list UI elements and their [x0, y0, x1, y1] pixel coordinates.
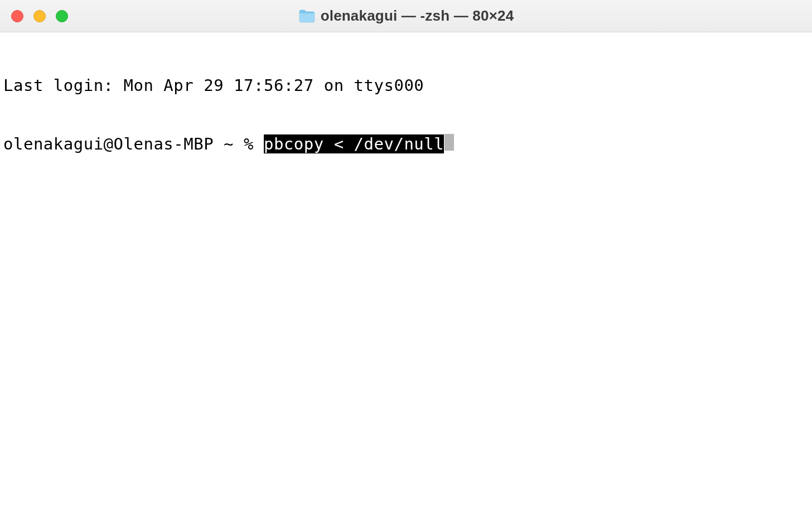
folder-icon: [298, 9, 315, 23]
window-title: olenakagui — -zsh — 80×24: [321, 7, 514, 25]
close-button[interactable]: [11, 10, 23, 22]
command-text[interactable]: pbcopy < /dev/null: [264, 134, 444, 153]
shell-prompt: olenakagui@Olenas-MBP ~ %: [3, 134, 264, 153]
traffic-lights: [0, 10, 68, 22]
zoom-button[interactable]: [56, 10, 68, 22]
window-titlebar: olenakagui — -zsh — 80×24: [0, 0, 812, 32]
window-title-wrap: olenakagui — -zsh — 80×24: [0, 7, 812, 25]
prompt-line: olenakagui@Olenas-MBP ~ % pbcopy < /dev/…: [3, 133, 809, 153]
terminal-content[interactable]: Last login: Mon Apr 29 17:56:27 on ttys0…: [0, 32, 812, 178]
cursor: [444, 134, 454, 151]
last-login-line: Last login: Mon Apr 29 17:56:27 on ttys0…: [3, 76, 809, 95]
minimize-button[interactable]: [33, 10, 46, 22]
